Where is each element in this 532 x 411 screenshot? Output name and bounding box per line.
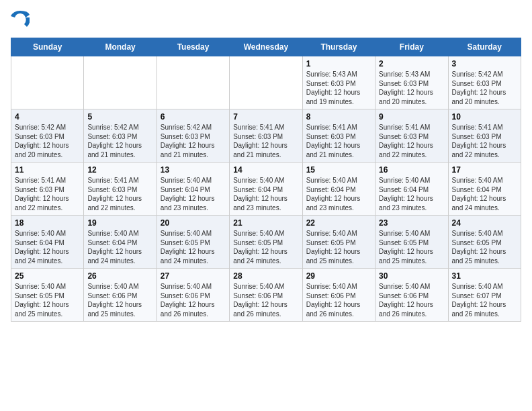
header-tuesday: Tuesday <box>157 38 229 56</box>
calendar-table: SundayMondayTuesdayWednesdayThursdayFrid… <box>11 38 521 322</box>
day-number: 1 <box>306 59 371 68</box>
day-detail: Sunrise: 5:40 AM Sunset: 6:05 PM Dayligh… <box>161 229 226 265</box>
day-detail: Sunrise: 5:40 AM Sunset: 6:04 PM Dayligh… <box>233 176 298 212</box>
day-detail: Sunrise: 5:40 AM Sunset: 6:06 PM Dayligh… <box>87 282 152 318</box>
calendar-cell: 4Sunrise: 5:42 AM Sunset: 6:03 PM Daylig… <box>11 109 84 163</box>
calendar-cell: 2Sunrise: 5:43 AM Sunset: 6:03 PM Daylig… <box>375 56 448 109</box>
calendar-cell: 13Sunrise: 5:40 AM Sunset: 6:04 PM Dayli… <box>157 163 229 216</box>
header-thursday: Thursday <box>302 38 375 56</box>
calendar-cell: 16Sunrise: 5:40 AM Sunset: 6:04 PM Dayli… <box>375 163 448 216</box>
day-number: 22 <box>306 218 371 228</box>
day-number: 30 <box>379 271 444 281</box>
day-detail: Sunrise: 5:42 AM Sunset: 6:03 PM Dayligh… <box>452 70 517 106</box>
day-number: 16 <box>379 165 444 175</box>
day-number: 8 <box>306 112 371 122</box>
day-detail: Sunrise: 5:40 AM Sunset: 6:06 PM Dayligh… <box>306 282 371 318</box>
day-number: 26 <box>87 271 152 281</box>
day-detail: Sunrise: 5:40 AM Sunset: 6:05 PM Dayligh… <box>306 229 371 265</box>
day-detail: Sunrise: 5:40 AM Sunset: 6:05 PM Dayligh… <box>233 229 298 265</box>
day-detail: Sunrise: 5:43 AM Sunset: 6:03 PM Dayligh… <box>379 70 444 106</box>
day-detail: Sunrise: 5:41 AM Sunset: 6:03 PM Dayligh… <box>15 176 80 212</box>
day-number: 4 <box>15 112 80 122</box>
day-detail: Sunrise: 5:42 AM Sunset: 6:03 PM Dayligh… <box>15 123 80 159</box>
day-number: 18 <box>15 218 80 228</box>
day-detail: Sunrise: 5:40 AM Sunset: 6:05 PM Dayligh… <box>15 282 80 318</box>
calendar-cell: 27Sunrise: 5:40 AM Sunset: 6:06 PM Dayli… <box>157 269 229 322</box>
calendar-cell <box>157 56 229 109</box>
week-row-5: 25Sunrise: 5:40 AM Sunset: 6:05 PM Dayli… <box>11 269 521 322</box>
day-number: 11 <box>15 165 80 175</box>
calendar-cell: 31Sunrise: 5:40 AM Sunset: 6:07 PM Dayli… <box>448 269 521 322</box>
calendar-cell: 22Sunrise: 5:40 AM Sunset: 6:05 PM Dayli… <box>302 216 375 269</box>
calendar-cell: 10Sunrise: 5:41 AM Sunset: 6:03 PM Dayli… <box>448 109 521 163</box>
day-number: 15 <box>306 165 371 175</box>
day-detail: Sunrise: 5:40 AM Sunset: 6:06 PM Dayligh… <box>161 282 226 318</box>
week-row-3: 11Sunrise: 5:41 AM Sunset: 6:03 PM Dayli… <box>11 163 521 216</box>
calendar-cell: 28Sunrise: 5:40 AM Sunset: 6:06 PM Dayli… <box>230 269 302 322</box>
day-detail: Sunrise: 5:40 AM Sunset: 6:06 PM Dayligh… <box>379 282 444 318</box>
calendar-cell: 11Sunrise: 5:41 AM Sunset: 6:03 PM Dayli… <box>11 163 84 216</box>
calendar-cell <box>230 56 302 109</box>
header-wednesday: Wednesday <box>230 38 302 56</box>
day-number: 13 <box>161 165 226 175</box>
day-number: 25 <box>15 271 80 281</box>
logo-icon <box>11 11 30 30</box>
calendar-cell: 18Sunrise: 5:40 AM Sunset: 6:04 PM Dayli… <box>11 216 84 269</box>
day-number: 12 <box>87 165 152 175</box>
day-detail: Sunrise: 5:40 AM Sunset: 6:04 PM Dayligh… <box>379 176 444 212</box>
day-detail: Sunrise: 5:40 AM Sunset: 6:07 PM Dayligh… <box>452 282 517 318</box>
day-number: 9 <box>379 112 444 122</box>
calendar-cell: 23Sunrise: 5:40 AM Sunset: 6:05 PM Dayli… <box>375 216 448 269</box>
header-monday: Monday <box>84 38 157 56</box>
day-number: 24 <box>452 218 517 228</box>
calendar-cell: 12Sunrise: 5:41 AM Sunset: 6:03 PM Dayli… <box>84 163 157 216</box>
calendar-cell: 26Sunrise: 5:40 AM Sunset: 6:06 PM Dayli… <box>84 269 157 322</box>
day-number: 31 <box>452 271 517 281</box>
calendar-cell <box>84 56 157 109</box>
day-number: 5 <box>87 112 152 122</box>
day-detail: Sunrise: 5:42 AM Sunset: 6:03 PM Dayligh… <box>87 123 152 159</box>
day-number: 3 <box>452 59 517 68</box>
calendar-cell: 30Sunrise: 5:40 AM Sunset: 6:06 PM Dayli… <box>375 269 448 322</box>
calendar-cell: 9Sunrise: 5:41 AM Sunset: 6:03 PM Daylig… <box>375 109 448 163</box>
calendar-header-row: SundayMondayTuesdayWednesdayThursdayFrid… <box>11 38 521 56</box>
day-detail: Sunrise: 5:42 AM Sunset: 6:03 PM Dayligh… <box>161 123 226 159</box>
day-detail: Sunrise: 5:41 AM Sunset: 6:03 PM Dayligh… <box>306 123 371 159</box>
calendar-cell: 7Sunrise: 5:41 AM Sunset: 6:03 PM Daylig… <box>230 109 302 163</box>
day-number: 14 <box>233 165 298 175</box>
day-number: 2 <box>379 59 444 68</box>
day-number: 29 <box>306 271 371 281</box>
day-number: 6 <box>161 112 226 122</box>
day-number: 23 <box>379 218 444 228</box>
day-detail: Sunrise: 5:40 AM Sunset: 6:04 PM Dayligh… <box>306 176 371 212</box>
day-detail: Sunrise: 5:40 AM Sunset: 6:04 PM Dayligh… <box>161 176 226 212</box>
day-number: 27 <box>161 271 226 281</box>
header-saturday: Saturday <box>448 38 521 56</box>
day-detail: Sunrise: 5:41 AM Sunset: 6:03 PM Dayligh… <box>87 176 152 212</box>
week-row-1: 1Sunrise: 5:43 AM Sunset: 6:03 PM Daylig… <box>11 56 521 109</box>
calendar-cell <box>11 56 84 109</box>
day-detail: Sunrise: 5:40 AM Sunset: 6:05 PM Dayligh… <box>379 229 444 265</box>
day-number: 28 <box>233 271 298 281</box>
calendar-cell: 1Sunrise: 5:43 AM Sunset: 6:03 PM Daylig… <box>302 56 375 109</box>
calendar-cell: 5Sunrise: 5:42 AM Sunset: 6:03 PM Daylig… <box>84 109 157 163</box>
day-number: 19 <box>87 218 152 228</box>
week-row-2: 4Sunrise: 5:42 AM Sunset: 6:03 PM Daylig… <box>11 109 521 163</box>
day-detail: Sunrise: 5:41 AM Sunset: 6:03 PM Dayligh… <box>233 123 298 159</box>
calendar-cell: 17Sunrise: 5:40 AM Sunset: 6:04 PM Dayli… <box>448 163 521 216</box>
day-detail: Sunrise: 5:41 AM Sunset: 6:03 PM Dayligh… <box>452 123 517 159</box>
calendar-cell: 29Sunrise: 5:40 AM Sunset: 6:06 PM Dayli… <box>302 269 375 322</box>
header-friday: Friday <box>375 38 448 56</box>
calendar-cell: 8Sunrise: 5:41 AM Sunset: 6:03 PM Daylig… <box>302 109 375 163</box>
calendar-cell: 19Sunrise: 5:40 AM Sunset: 6:04 PM Dayli… <box>84 216 157 269</box>
calendar-cell: 14Sunrise: 5:40 AM Sunset: 6:04 PM Dayli… <box>230 163 302 216</box>
day-number: 10 <box>452 112 517 122</box>
day-detail: Sunrise: 5:40 AM Sunset: 6:04 PM Dayligh… <box>452 176 517 212</box>
logo <box>11 11 32 30</box>
calendar-cell: 3Sunrise: 5:42 AM Sunset: 6:03 PM Daylig… <box>448 56 521 109</box>
day-number: 21 <box>233 218 298 228</box>
calendar-cell: 25Sunrise: 5:40 AM Sunset: 6:05 PM Dayli… <box>11 269 84 322</box>
day-number: 7 <box>233 112 298 122</box>
calendar-cell: 6Sunrise: 5:42 AM Sunset: 6:03 PM Daylig… <box>157 109 229 163</box>
calendar-cell: 15Sunrise: 5:40 AM Sunset: 6:04 PM Dayli… <box>302 163 375 216</box>
